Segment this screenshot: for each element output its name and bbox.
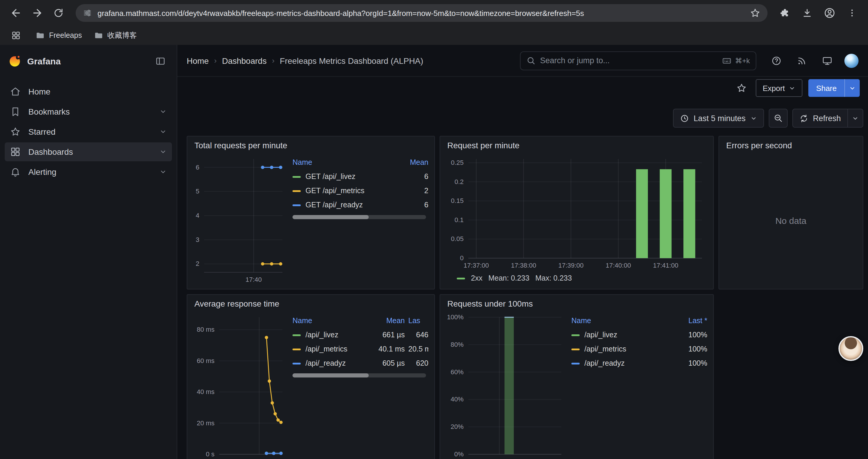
time-range-picker[interactable]: Last 5 minutes [673,109,764,128]
breadcrumb-separator [272,56,275,65]
user-avatar[interactable] [844,54,859,68]
legend-col-mean[interactable]: Mean [399,158,428,167]
legend-col-last[interactable]: Last * [678,317,707,325]
grafana-app: Grafana Home Bookmarks [0,45,868,459]
chevron-down-icon[interactable] [159,168,167,175]
series-name[interactable]: /api/_readyz [584,359,625,367]
panel-title[interactable]: Total requests per minute [187,136,434,152]
refresh-label: Refresh [813,114,841,123]
apps-grid-icon [11,31,21,40]
bookmarks-bar: Freeleaps 收藏博客 [0,26,868,45]
panel-title[interactable]: Errors per second [719,136,863,152]
reload-button[interactable] [49,3,68,23]
svg-text:0.2: 0.2 [455,178,464,186]
series-swatch [292,176,301,177]
bookmark-folder-blogs[interactable]: 收藏博客 [94,30,137,40]
chevron-down-icon[interactable] [159,148,167,155]
search-shortcut: ⌘+k [722,56,750,65]
svg-text:17:40: 17:40 [491,458,507,459]
scrollbar-thumb[interactable] [292,215,369,219]
chart-area: 0%20%40%60%80%100%17:40 [446,311,567,459]
series-last: 100% [678,331,707,339]
profile-button[interactable] [819,3,840,23]
monitor-icon [822,55,833,66]
share-menu-button[interactable] [844,79,860,97]
panel-title[interactable]: Requests under 100ms [440,295,713,310]
search-input[interactable]: Search or jump to... ⌘+k [520,51,756,70]
legend-col-name[interactable]: Name [571,317,674,325]
legend-table: Name Mean GET /api/_livez 6 GET /api/_me… [288,153,428,285]
svg-text:20%: 20% [451,423,464,430]
search-icon [526,56,535,65]
series-name[interactable]: 2xx [471,274,483,282]
back-button[interactable] [6,3,26,23]
time-controls: Last 5 minutes Refresh [187,109,863,128]
downloads-button[interactable] [797,3,817,23]
site-info-icon[interactable] [83,8,92,18]
brand-title[interactable]: Grafana [27,56,146,66]
sidebar-item-dashboards[interactable]: Dashboards [5,142,172,161]
series-name[interactable]: /api/_livez [306,331,338,339]
legend-col-mean[interactable]: Mean [370,317,405,325]
series-swatch [457,277,465,279]
extensions-button[interactable] [775,3,795,23]
kebab-menu-icon [847,8,857,18]
forward-icon [31,7,43,19]
chevron-down-icon [789,85,796,91]
sidebar-item-home[interactable]: Home [5,82,172,101]
chart-area: 2345617:40 [193,153,288,285]
legend-inline: 2xx Mean: 0.233 Max: 0.233 [446,271,707,285]
chevron-down-icon[interactable] [159,108,167,115]
series-name[interactable]: /api/_livez [584,331,617,339]
svg-text:17:41:00: 17:41:00 [653,262,678,269]
legend-col-name[interactable]: Name [292,158,395,167]
floating-avatar[interactable] [838,336,863,361]
bookmark-star-icon[interactable] [750,8,761,18]
sidebar-item-bookmarks[interactable]: Bookmarks [5,102,172,121]
display-button[interactable] [819,52,836,69]
svg-text:2: 2 [196,260,199,267]
sidebar-item-alerting[interactable]: Alerting [5,162,172,182]
share-button[interactable]: Share [809,79,844,97]
series-name[interactable]: /api/_metrics [306,345,347,353]
zoom-out-button[interactable] [769,109,787,128]
apps-grid-button[interactable] [8,28,24,43]
refresh-icon [799,114,808,123]
breadcrumb-dashboards[interactable]: Dashboards [222,56,267,65]
address-bar[interactable]: grafana.mathmast.com/d/deytv4rwavabkb/fr… [75,4,768,22]
bookmark-folder-freeleaps[interactable]: Freeleaps [35,31,82,40]
legend-col-last[interactable]: Las [408,317,428,325]
series-mean: 661 µs [370,331,405,339]
grafana-logo[interactable] [8,54,21,67]
news-button[interactable] [794,52,810,69]
series-name[interactable]: GET /api/_readyz [306,201,363,209]
favorite-dashboard-button[interactable] [733,80,749,96]
home-icon [10,86,21,97]
legend-scrollbar[interactable] [292,373,426,378]
legend-col-name[interactable]: Name [292,317,367,325]
legend-scrollbar[interactable] [292,215,426,219]
panel-title[interactable]: Request per minute [440,136,713,152]
legend-row: /api/_readyz 100% [571,356,707,370]
series-name[interactable]: GET /api/_metrics [306,187,365,195]
chevron-down-icon[interactable] [159,128,167,135]
sidebar-item-starred[interactable]: Starred [5,122,172,141]
scrollbar-thumb[interactable] [292,373,369,378]
panel-title[interactable]: Average response time [187,295,434,310]
breadcrumb-home[interactable]: Home [187,56,209,65]
top-navbar: Home Dashboards Freeleaps Metrics Dashbo… [177,45,868,77]
browser-menu-button[interactable] [842,3,862,23]
dock-menu-button[interactable] [152,53,168,69]
refresh-button[interactable]: Refresh [793,109,847,127]
bookmark-icon [10,106,21,117]
help-button[interactable] [768,52,785,69]
refresh-interval-button[interactable] [847,109,863,127]
keyboard-icon [722,56,732,65]
url-text[interactable]: grafana.mathmast.com/d/deytv4rwavabkb/fr… [97,8,745,18]
series-name[interactable]: /api/_metrics [584,345,626,353]
folder-icon [35,31,45,40]
series-name[interactable]: GET /api/_livez [306,172,355,181]
series-name[interactable]: /api/_readyz [306,359,346,367]
forward-button[interactable] [27,3,47,23]
export-button[interactable]: Export [755,79,802,97]
